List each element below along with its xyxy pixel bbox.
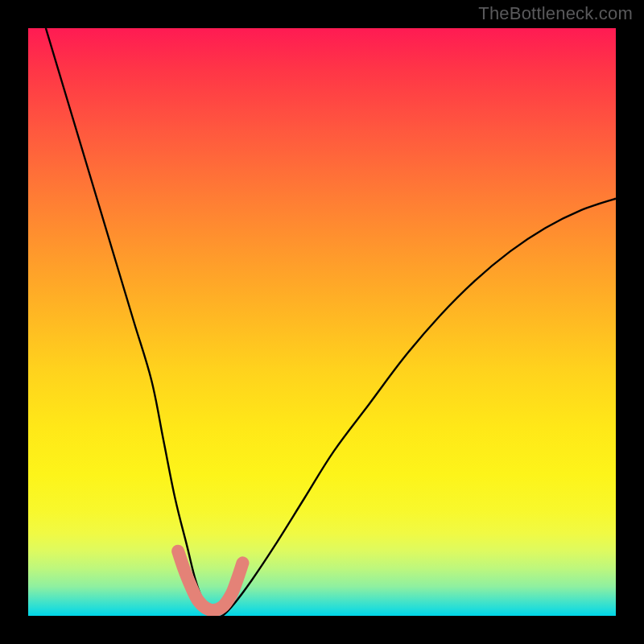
salmon-marker-band bbox=[178, 551, 242, 610]
salmon-marker-band-path bbox=[178, 551, 242, 610]
bottleneck-curve-path bbox=[46, 28, 616, 616]
bottleneck-curve bbox=[46, 28, 616, 616]
chart-svg bbox=[28, 28, 616, 616]
watermark-text: TheBottleneck.com bbox=[478, 3, 633, 24]
plot-area bbox=[28, 28, 616, 616]
chart-frame: TheBottleneck.com bbox=[0, 0, 644, 644]
